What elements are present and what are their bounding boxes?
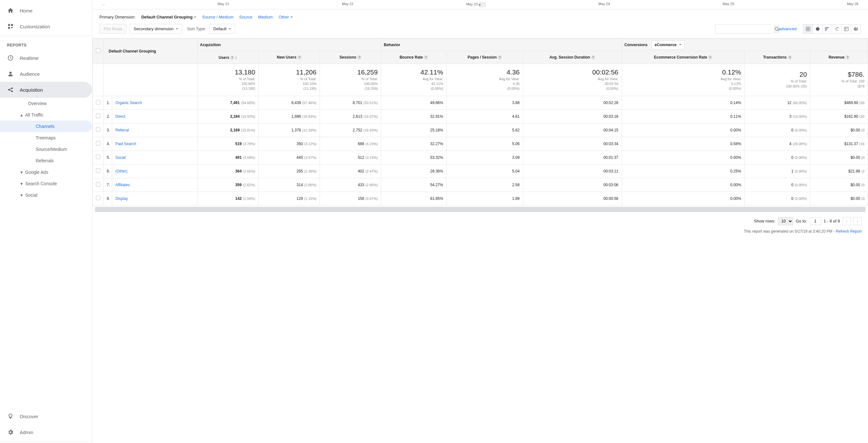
prev-page-button[interactable]: ‹ (842, 217, 851, 225)
timeline-ellipsis: ... (102, 2, 105, 7)
summary-row: 13,180% of Total:100.00%(13,180) 11,206%… (93, 64, 868, 96)
row-checkbox[interactable] (96, 141, 100, 145)
col-users[interactable]: Users?↓ (197, 51, 258, 64)
timeline-handle[interactable]: ▾ (478, 3, 486, 7)
row-index: 4. (103, 137, 112, 150)
dim-other[interactable]: Other (279, 14, 293, 20)
help-icon[interactable]: ? (424, 55, 428, 60)
svg-rect-13 (825, 30, 827, 31)
row-checkbox[interactable] (96, 127, 100, 132)
channel-link[interactable]: Organic Search (112, 96, 197, 109)
nav-customization-label: Customization (20, 24, 50, 29)
sub-search-console[interactable]: ▾ Search Console (0, 178, 92, 190)
row-index: 5. (103, 150, 112, 164)
row-checkbox[interactable] (96, 196, 100, 200)
channel-link[interactable]: Paid Search (112, 137, 197, 150)
horizontal-scrollbar[interactable] (95, 207, 865, 212)
table-row: 4. Paid Search 519(3.78%) 350(3.12%) 688… (93, 137, 868, 150)
col-bounce-rate[interactable]: Bounce Rate? (381, 51, 446, 64)
go-to-input[interactable] (810, 217, 821, 225)
col-ecr[interactable]: Ecommerce Conversion Rate? (622, 51, 744, 64)
nav-acquisition[interactable]: Acquisition (0, 82, 92, 98)
view-cloud-icon[interactable] (851, 25, 861, 33)
svg-rect-20 (856, 28, 857, 30)
row-checkbox[interactable] (96, 182, 100, 186)
sub-google-ads[interactable]: ▾ Google Ads (0, 166, 92, 178)
help-icon[interactable]: ? (708, 55, 712, 60)
nav-admin[interactable]: Admin (0, 424, 92, 440)
col-transactions[interactable]: Transactions? (744, 51, 810, 64)
primary-dimension-bar: Primary Dimension: Default Channel Group… (92, 9, 868, 22)
nav-realtime[interactable]: Realtime (0, 50, 92, 66)
channel-link[interactable]: Display (112, 192, 197, 205)
refresh-report-link[interactable]: Refresh Report (836, 229, 862, 234)
timeline-tick: May 22 (342, 2, 353, 7)
col-revenue[interactable]: Revenue? (810, 51, 868, 64)
dim-source[interactable]: Source (239, 14, 252, 20)
nav-home[interactable]: Home (0, 3, 92, 19)
channel-link[interactable]: Social (112, 150, 197, 164)
sub-referrals[interactable]: Referrals (0, 155, 92, 166)
sub-social[interactable]: ▾ Social (0, 190, 92, 201)
primary-dimension-active[interactable]: Default Channel Grouping (141, 14, 196, 20)
conversions-select[interactable]: eCommerce (651, 40, 685, 49)
nav-discover-label: Discover (20, 414, 38, 419)
row-checkbox[interactable] (96, 155, 100, 159)
divider (0, 441, 92, 442)
row-checkbox[interactable] (96, 114, 100, 118)
help-icon[interactable]: ? (845, 55, 849, 60)
channel-link[interactable]: Referral (112, 123, 197, 137)
help-icon[interactable]: ? (230, 56, 234, 60)
view-pivot-icon[interactable] (842, 25, 851, 33)
col-avg-duration[interactable]: Avg. Session Duration? (523, 51, 622, 64)
table-row: 1. Organic Search 7,491(54.60%) 6,439(57… (93, 96, 868, 109)
sub-overview[interactable]: Overview (0, 98, 92, 109)
timeline-tick: May 24 (598, 2, 610, 7)
sub-source-medium[interactable]: Source/Medium (0, 143, 92, 155)
help-icon[interactable]: ? (357, 55, 361, 60)
svg-rect-14 (836, 27, 838, 28)
secondary-dimension-button[interactable]: Secondary dimension (130, 24, 182, 34)
help-icon[interactable]: ? (297, 55, 302, 60)
table-row: 7. Affiliates 359(2.62%) 314(2.80%) 433(… (93, 178, 868, 192)
dim-source-medium[interactable]: Source / Medium (202, 14, 233, 20)
clock-icon (7, 55, 14, 61)
person-icon (7, 70, 14, 77)
advanced-link[interactable]: advanced (779, 26, 797, 31)
nav-audience[interactable]: Audience (0, 66, 92, 82)
row-checkbox[interactable] (96, 168, 100, 173)
sub-treemaps[interactable]: Treemaps (0, 132, 92, 143)
channel-link[interactable]: Direct (112, 109, 197, 123)
checkbox[interactable] (96, 48, 100, 53)
help-icon[interactable]: ? (591, 55, 595, 60)
col-pages-session[interactable]: Pages / Session? (446, 51, 523, 64)
row-checkbox[interactable] (96, 100, 100, 104)
col-sessions[interactable]: Sessions? (320, 51, 381, 64)
nav-home-label: Home (20, 8, 32, 13)
search-input[interactable] (715, 25, 774, 33)
help-icon[interactable]: ? (788, 55, 792, 60)
channel-link[interactable]: (Other) (112, 164, 197, 178)
next-page-button[interactable]: › (853, 217, 862, 225)
view-pie-icon[interactable] (813, 25, 823, 33)
nav-discover[interactable]: Discover (0, 408, 92, 424)
dim-medium[interactable]: Medium (258, 14, 273, 20)
svg-point-8 (11, 91, 13, 92)
col-new-users[interactable]: New Users? (258, 51, 320, 64)
help-icon[interactable]: ? (498, 55, 502, 60)
table-row: 6. (Other) 364(2.65%) 265(2.36%) 402(2.4… (93, 164, 868, 178)
view-comparison-icon[interactable] (832, 25, 842, 33)
rows-select[interactable]: 10 (778, 217, 793, 225)
nav-customization[interactable]: + Customization (0, 19, 92, 34)
lightbulb-icon (7, 413, 14, 420)
svg-rect-12 (825, 29, 828, 29)
channel-link[interactable]: Affiliates (112, 178, 197, 192)
dimension-header[interactable]: Default Channel Grouping (103, 39, 197, 64)
sub-all-traffic[interactable]: ▴ All Traffic (0, 109, 92, 121)
view-table-icon[interactable] (803, 25, 813, 33)
timeline-tick: May 23 ▾ (466, 2, 486, 7)
view-bar-icon[interactable] (823, 25, 832, 33)
row-index: 2. (103, 109, 112, 123)
sort-type-select[interactable]: Default (209, 24, 235, 34)
sub-channels[interactable]: Channels (0, 121, 92, 132)
